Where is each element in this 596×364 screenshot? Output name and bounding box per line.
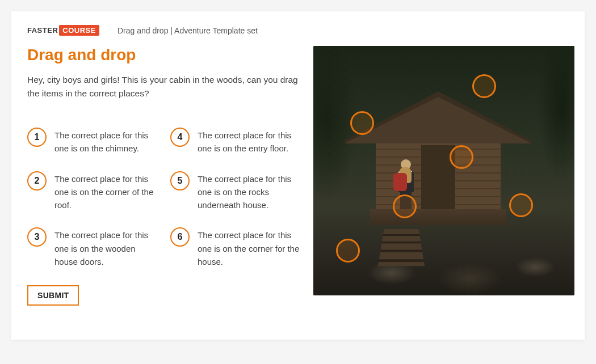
person-backpack (393, 173, 407, 191)
submit-button[interactable]: SUBMIT (27, 285, 79, 306)
logo-text-faster: FASTER (27, 26, 58, 35)
intro-text: Hey, city boys and girls! This is your c… (27, 73, 300, 100)
drag-item: 2 The correct place for this one is on t… (27, 171, 157, 212)
drop-zone-entry-floor[interactable] (393, 194, 417, 218)
drag-token-4[interactable]: 4 (170, 128, 190, 147)
drop-zone-chimney[interactable] (472, 74, 496, 98)
item-description: The correct place for this one is on the… (54, 227, 157, 268)
item-description: The correct place for this one is on the… (54, 128, 157, 155)
cabin-scene-image (313, 46, 574, 295)
drop-zone-doors[interactable] (450, 145, 473, 169)
drag-item: 4 The correct place for this one is on t… (170, 128, 300, 155)
item-description: The correct place for this one is on the… (198, 227, 300, 268)
drag-item: 5 The correct place for this one is on t… (170, 171, 300, 212)
drag-item: 1 The correct place for this one is on t… (27, 128, 157, 155)
logo-text-course: COURSE (59, 25, 99, 36)
left-panel: Drag and drop Hey, city boys and girls! … (27, 46, 300, 306)
drop-zone-house-corner[interactable] (509, 193, 533, 217)
drag-token-3[interactable]: 3 (27, 227, 47, 247)
template-card: FASTER COURSE Drag and drop | Adventure … (11, 11, 585, 340)
drag-token-5[interactable]: 5 (170, 171, 190, 191)
items-grid: 1 The correct place for this one is on t… (27, 128, 300, 268)
drag-token-2[interactable]: 2 (27, 171, 47, 191)
drag-item: 3 The correct place for this one is on t… (27, 227, 157, 268)
breadcrumb: Drag and drop | Adventure Template set (117, 26, 258, 35)
item-description: The correct place for this one is on the… (54, 171, 157, 212)
right-panel (313, 46, 574, 306)
main-content: Drag and drop Hey, city boys and girls! … (27, 46, 569, 306)
drop-zone-rocks[interactable] (336, 239, 360, 263)
item-description: The correct place for this one is on the… (198, 128, 300, 155)
logo: FASTER COURSE (27, 25, 99, 36)
drag-item: 6 The correct place for this one is on t… (170, 227, 300, 268)
item-description: The correct place for this one is on the… (198, 171, 300, 212)
drop-zone-roof-corner[interactable] (350, 111, 374, 135)
header: FASTER COURSE Drag and drop | Adventure … (27, 25, 569, 36)
drag-token-1[interactable]: 1 (27, 128, 47, 147)
page-title: Drag and drop (27, 46, 300, 64)
drag-token-6[interactable]: 6 (170, 227, 190, 247)
cabin-stairs (378, 229, 425, 266)
cabin-deck (370, 209, 506, 225)
